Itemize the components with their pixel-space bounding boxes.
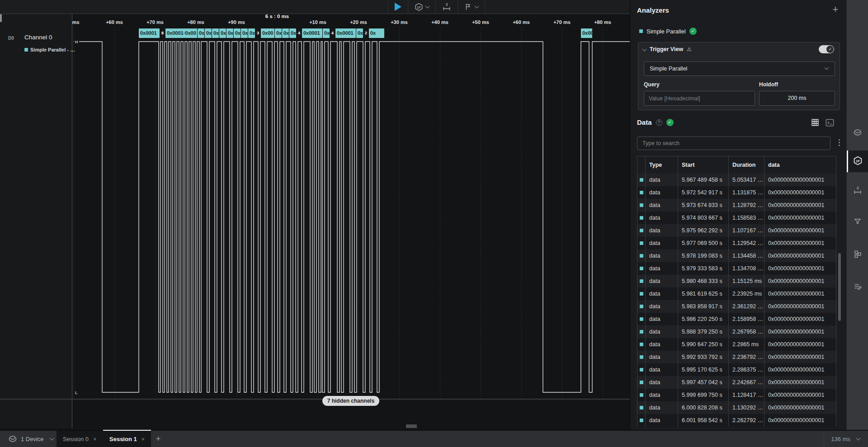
capture-1f-icon: 1F xyxy=(853,156,863,167)
tab-session-1[interactable]: Session 1 × xyxy=(103,430,151,447)
table-row[interactable]: data5.992 933 792 s2.236792 …0x000000000… xyxy=(637,351,836,363)
table-row[interactable]: data5.997 457 042 s2.242667 …0x000000000… xyxy=(637,376,836,389)
table-row[interactable]: data5.972 542 917 s1.131875 …0x000000000… xyxy=(637,186,836,199)
table-row[interactable]: data5.978 199 083 s1.134458 …0x000000000… xyxy=(637,249,836,262)
table-cell: data xyxy=(646,199,678,212)
flag-button[interactable] xyxy=(458,0,485,14)
decoded-frame-bubble[interactable]: 0x0 xyxy=(212,28,219,38)
column-header[interactable]: Start xyxy=(678,156,729,174)
column-header[interactable]: Duration xyxy=(729,156,764,174)
decoded-frame-bubble[interactable]: 0x0 xyxy=(248,28,255,38)
table-cell: 0x0000000000000001 xyxy=(764,325,836,338)
analyzer-list-item[interactable]: Simple Parallel ✓ xyxy=(639,28,697,35)
decoded-frame-bubble[interactable]: 0x0 xyxy=(282,28,289,38)
play-button[interactable] xyxy=(388,0,408,14)
table-row[interactable]: data5.981 619 625 s2.23925 ms0x000000000… xyxy=(637,287,836,300)
play-icon xyxy=(395,3,401,11)
measure-button[interactable]: 3 xyxy=(436,0,458,14)
chevron-down-icon xyxy=(825,66,829,70)
decoded-frame-bubble[interactable]: 0x0001 xyxy=(335,28,356,38)
decoded-frame-bubble[interactable]: 0x0 xyxy=(289,28,296,38)
rail-blocks-button[interactable] xyxy=(847,244,868,266)
table-cell: 1.107167 … xyxy=(729,224,764,237)
timing-indicator[interactable]: 136 ms xyxy=(831,431,860,447)
column-header[interactable]: Type xyxy=(646,156,678,174)
timeline-ruler[interactable]: 6 s : 0 ms0 ms+60 ms+70 ms+80 ms+90 ms+1… xyxy=(72,14,630,27)
holdoff-input[interactable]: 200 ms xyxy=(759,91,835,106)
table-cell: 0x0000000000000001 xyxy=(764,313,836,325)
digital-waveform[interactable]: HL xyxy=(72,27,630,399)
decoded-frame-bubble[interactable]: 0x0 xyxy=(241,28,248,38)
add-analyzer-button[interactable]: + xyxy=(830,4,841,15)
decoded-frame-bubble[interactable]: 0x0 xyxy=(275,28,282,38)
table-view-icon[interactable] xyxy=(811,118,819,127)
decoded-frame-bubble[interactable]: 0x xyxy=(369,28,384,38)
decoded-frame-bubble[interactable]: 0x0 xyxy=(198,28,204,38)
decoded-frame-bubble[interactable]: 0x0 xyxy=(219,28,226,38)
horizontal-scrollbar-thumb[interactable] xyxy=(406,424,417,428)
analyzer-select[interactable]: Simple Parallel xyxy=(644,61,835,76)
table-scrollbar-thumb[interactable] xyxy=(838,253,841,321)
rail-capture-1f-button[interactable]: 1F xyxy=(847,151,868,172)
decoded-frame-bubble[interactable]: 0x0001·0x00 xyxy=(165,28,197,38)
query-input[interactable] xyxy=(644,91,755,106)
close-icon[interactable]: × xyxy=(93,436,97,442)
table-row[interactable]: data5.980 468 333 s1.15125 ms0x000000000… xyxy=(637,275,836,287)
channel-0-trace[interactable] xyxy=(74,42,630,392)
table-row[interactable]: data5.974 803 667 s1.158583 …0x000000000… xyxy=(637,212,836,224)
help-icon[interactable]: ? xyxy=(656,119,662,126)
table-row[interactable]: data5.990 647 250 s2.2865 ms0x0000000000… xyxy=(637,338,836,351)
table-row[interactable]: data6.001 958 542 s2.262792 …0x000000000… xyxy=(637,414,836,427)
table-cell: 1.15125 ms xyxy=(729,275,764,287)
decoded-frame-bubble[interactable]: 0x0 xyxy=(356,28,363,38)
rail-funnel-button[interactable] xyxy=(847,212,868,233)
column-header[interactable]: data xyxy=(764,156,836,174)
table-row[interactable]: data5.977 069 500 s1.129542 …0x000000000… xyxy=(637,237,836,249)
capture-mode-button[interactable]: 1F xyxy=(408,0,435,14)
table-cell: 2.23925 ms xyxy=(729,287,764,300)
decoded-frame-bubble[interactable]: 0x0 xyxy=(205,28,212,38)
decoded-frame-bubble[interactable]: 0x0001 xyxy=(139,28,160,38)
search-input[interactable] xyxy=(637,136,830,150)
table-row[interactable]: data6.000 828 208 s1.130292 …0x000000000… xyxy=(637,401,836,414)
hidden-channels-badge[interactable]: 7 hidden channels xyxy=(322,396,379,406)
decoded-frame-bubble[interactable]: 0x0 xyxy=(234,28,241,38)
channel-name[interactable]: Channel 0 xyxy=(24,34,52,41)
table-row[interactable]: data5.983 858 917 s2.361292 …0x000000000… xyxy=(637,300,836,313)
table-cell: data xyxy=(646,338,678,351)
trigger-view-header[interactable]: Trigger View ⚠ xyxy=(643,46,692,52)
table-cell: data xyxy=(646,300,678,313)
trigger-view-toggle[interactable]: ✓ xyxy=(819,45,834,53)
row-color-swatch xyxy=(640,178,643,182)
terminal-icon[interactable] xyxy=(826,119,834,127)
channel-analyzer-label[interactable]: Simple Parallel - … xyxy=(30,47,75,52)
svg-text:3: 3 xyxy=(857,186,859,190)
device-selector[interactable]: 1 Device xyxy=(5,431,56,447)
analyzer-result-strip[interactable]: 0x000180x0001·0x000x00x00x00x00x00x00x00… xyxy=(139,28,384,38)
row-icon-cell xyxy=(637,287,646,300)
close-icon[interactable]: × xyxy=(142,436,145,442)
table-row[interactable]: data5.999 699 750 s1.128417 …0x000000000… xyxy=(637,389,836,401)
decoded-frame-bubble[interactable]: 0x00 xyxy=(261,28,274,38)
new-session-button[interactable]: + xyxy=(153,433,164,444)
channel-scrollbar-thumb[interactable] xyxy=(0,14,2,22)
rail-notes-button[interactable] xyxy=(847,276,868,298)
table-row[interactable]: data5.979 333 583 s1.134708 …0x000000000… xyxy=(637,262,836,275)
decoded-frame-bubble[interactable]: 0x0 xyxy=(226,28,233,38)
analyzer-result-bubble[interactable]: 0x00 xyxy=(581,28,592,38)
table-row[interactable]: data5.995 170 625 s2.286375 …0x000000000… xyxy=(637,363,836,376)
kebab-menu-icon[interactable] xyxy=(836,139,842,147)
table-row[interactable]: data5.975 962 292 s1.107167 …0x000000000… xyxy=(637,224,836,237)
tab-session-0[interactable]: Session 0 × xyxy=(57,431,103,447)
decoded-frame-bubble[interactable]: 0x0 xyxy=(323,28,330,38)
table-row[interactable]: data5.986 220 250 s2.158958 …0x000000000… xyxy=(637,313,836,325)
table-row[interactable]: data5.973 674 833 s1.128792 …0x000000000… xyxy=(637,199,836,212)
table-row[interactable]: data5.967 489 458 s5.053417 …0x000000000… xyxy=(637,174,836,186)
hexagon-1f-icon: 1F xyxy=(415,3,423,11)
table-cell: 5.972 542 917 s xyxy=(678,186,729,199)
rail-measure-button[interactable]: 3 xyxy=(847,180,868,202)
decoded-frame-bubble[interactable]: 0x0001 xyxy=(302,28,322,38)
rail-devices-button[interactable] xyxy=(847,122,868,144)
table-row[interactable]: data5.988 379 250 s2.267958 …0x000000000… xyxy=(637,325,836,338)
table-cell: 6.001 958 542 s xyxy=(678,414,729,427)
